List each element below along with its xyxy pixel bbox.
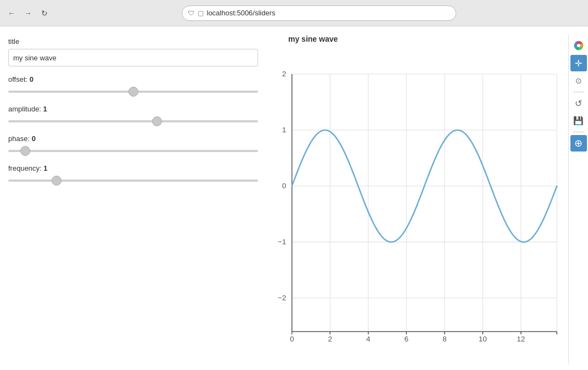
phase-value: 0 [32,134,36,143]
pan-icon: ✛ [575,58,582,69]
add-icon: ⊕ [574,137,583,149]
url-text: localhost:5006/sliders [207,9,276,17]
forward-button[interactable]: → [22,7,34,19]
chart-container: my sine wave [266,35,568,365]
browser-chrome: ← → ↻ 🛡 ▢ localhost:5006/sliders [0,0,588,26]
svg-text:0: 0 [290,335,294,343]
title-label: title [8,37,255,46]
reset-icon: ↺ [575,98,582,109]
svg-text:6: 6 [405,335,409,343]
save-button[interactable]: 💾 [570,113,587,129]
offset-slider-group: offset: 0 [8,75,255,97]
title-input[interactable] [8,49,258,66]
phase-slider-group: phase: 0 [8,134,255,156]
phase-slider[interactable] [8,150,258,152]
amplitude-slider[interactable] [8,120,258,122]
security-icon: 🛡 [188,9,194,17]
chart-svg: 2 1 0 −1 −2 0 2 4 6 8 10 12 [266,46,568,360]
amplitude-label: amplitude: 1 [8,105,255,113]
back-button[interactable]: ← [5,7,18,19]
svg-text:2: 2 [328,335,332,343]
frequency-slider-track [8,175,258,186]
svg-text:0: 0 [282,182,287,190]
svg-text:10: 10 [479,335,487,343]
wheel-pan-button[interactable]: ⊙ [570,72,587,89]
chart-area: my sine wave [264,26,588,370]
frequency-slider[interactable] [8,180,258,182]
toolbar-separator-2 [573,132,584,132]
address-bar: 🛡 ▢ localhost:5006/sliders [182,5,456,21]
amplitude-slider-track [8,116,258,127]
svg-text:12: 12 [517,335,525,343]
svg-text:−1: −1 [278,238,286,246]
reload-button[interactable]: ↻ [38,7,51,19]
page-content: title offset: 0 amplitude: 1 phase: 0 [0,26,588,370]
pan-button[interactable]: ✛ [570,55,587,71]
phase-label: phase: 0 [8,134,255,143]
toolbar-separator-1 [573,92,584,92]
svg-text:−2: −2 [278,294,286,302]
chart-wrapper: 2 1 0 −1 −2 0 2 4 6 8 10 12 [266,46,568,360]
amplitude-value: 1 [43,105,47,113]
offset-slider[interactable] [8,91,258,93]
frequency-label: frequency: 1 [8,164,255,172]
offset-value: 0 [30,75,33,83]
page-icon: ▢ [198,9,204,17]
svg-text:2: 2 [282,70,287,78]
color-picker-icon [574,41,584,51]
right-toolbar: ✛ ⊙ ↺ 💾 ⊕ [568,35,588,365]
svg-text:4: 4 [366,335,371,343]
offset-label: offset: 0 [8,75,255,83]
reset-button[interactable]: ↺ [570,95,587,111]
amplitude-slider-group: amplitude: 1 [8,105,255,127]
chart-title: my sine wave [266,35,568,43]
svg-text:1: 1 [282,126,287,134]
wheel-pan-icon: ⊙ [575,76,582,85]
phase-slider-track [8,145,258,156]
color-picker-button[interactable] [570,37,587,54]
svg-point-36 [577,44,580,47]
left-panel: title offset: 0 amplitude: 1 phase: 0 [0,26,264,370]
offset-slider-track [8,86,258,97]
frequency-slider-group: frequency: 1 [8,164,255,186]
add-button[interactable]: ⊕ [570,135,587,152]
save-icon: 💾 [573,116,584,126]
frequency-value: 1 [43,164,47,172]
svg-text:8: 8 [443,335,447,343]
